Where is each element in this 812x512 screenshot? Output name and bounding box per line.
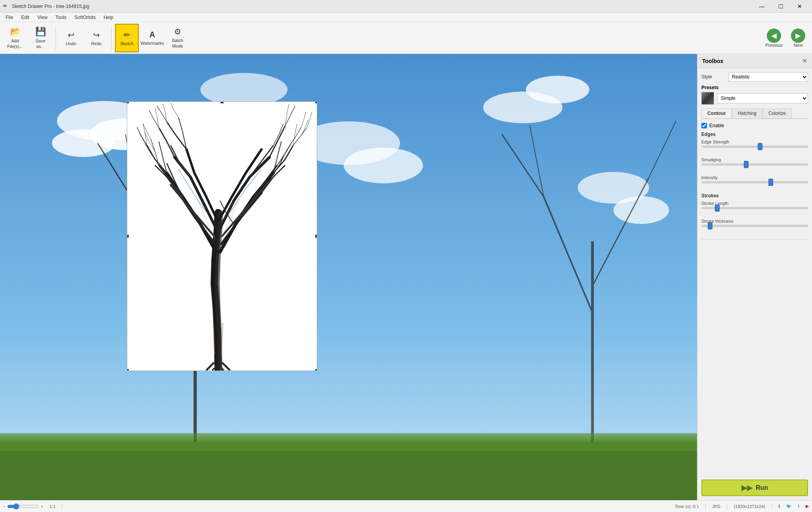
handle-top-right[interactable] (315, 101, 317, 103)
stroke-thickness-thumb[interactable] (708, 222, 712, 229)
presets-select[interactable]: Simple Detailed Soft Hard (717, 93, 808, 103)
next-icon: ▶ (791, 29, 805, 43)
previous-button[interactable]: ◀ Previous (762, 27, 786, 50)
toolbox-separator (701, 239, 808, 239)
svg-rect-27 (0, 433, 697, 451)
menu-file[interactable]: File (2, 14, 17, 21)
sketch-button[interactable]: ✏ Sketch (115, 24, 139, 52)
youtube-icon[interactable]: ▶ (806, 504, 809, 509)
save-as-icon: 💾 (35, 27, 46, 37)
stroke-length-slider-container (701, 207, 808, 215)
title-bar: ✏ Sketch Drawer Pro - tree-164915.jpg — … (0, 0, 812, 13)
intensity-label: Intensity (701, 175, 808, 180)
smudging-label: Smudging (701, 157, 808, 162)
smudging-row: Smudging (701, 157, 808, 171)
zoom-level: 1:1 (50, 504, 56, 509)
tab-contour[interactable]: Contour (701, 109, 732, 118)
dimensions-label: (1920x1272x24) (733, 504, 765, 509)
add-file-icon: 📂 (10, 27, 21, 37)
edge-strength-thumb[interactable] (758, 143, 762, 150)
tree-sketch-svg (127, 102, 317, 371)
menu-view[interactable]: View (33, 14, 52, 21)
intensity-row: Intensity (701, 175, 808, 189)
add-file-label: AddFile(s)... (7, 38, 23, 49)
redo-button[interactable]: ↪ Redo (84, 24, 108, 52)
zoom-control: − + (3, 503, 43, 510)
next-button[interactable]: ▶ Next (787, 27, 809, 50)
handle-middle-left[interactable] (127, 235, 129, 238)
stroke-length-row: Stroke Length (701, 201, 808, 215)
style-select[interactable]: Realistic Simple Pencil Charcoal (728, 72, 808, 82)
maximize-button[interactable]: ☐ (772, 0, 790, 13)
format-label: JPG (712, 504, 720, 509)
strokes-title: Strokes (701, 193, 808, 199)
add-file-button[interactable]: 📂 AddFile(s)... (3, 24, 27, 52)
handle-middle-right[interactable] (315, 235, 317, 238)
main-layout: Toolbox ✕ Style Realistic Simple Pencil … (0, 54, 812, 500)
zoom-minus[interactable]: − (3, 504, 6, 509)
intensity-thumb[interactable] (768, 179, 773, 186)
save-as-button[interactable]: 💾 Saveas... (29, 24, 52, 52)
menu-bar: File Edit View Tools SoftOrbits Help (0, 13, 812, 22)
stroke-length-thumb[interactable] (715, 204, 720, 212)
handle-top-middle[interactable] (220, 101, 224, 103)
twitter-icon[interactable]: 🐦 (786, 504, 792, 509)
edges-section: Edges Edge Strength Smudging (701, 132, 808, 189)
smudging-thumb[interactable] (744, 161, 749, 168)
edge-strength-slider-container (701, 145, 808, 153)
svg-point-9 (613, 196, 669, 224)
enable-checkbox[interactable] (701, 123, 707, 128)
run-icon: ▶▶ (741, 483, 753, 492)
tab-hatching[interactable]: Hatching (732, 109, 762, 118)
batch-mode-button[interactable]: ⚙ BatchMode (166, 24, 190, 52)
handle-bottom-left[interactable] (127, 369, 129, 371)
undo-label: Undo (66, 41, 76, 46)
close-button[interactable]: ✕ (791, 0, 809, 13)
style-label: Style (701, 74, 725, 80)
toolbar: 📂 AddFile(s)... 💾 Saveas... ↩ Undo ↪ Red… (0, 22, 812, 54)
presets-section: Presets Simple Detailed Soft Hard (701, 85, 808, 105)
handle-bottom-right[interactable] (315, 369, 317, 371)
watermarks-button[interactable]: A Watermarks (140, 24, 164, 52)
status-sep-3 (727, 503, 727, 510)
previous-icon: ◀ (767, 29, 781, 43)
next-label: Next (794, 43, 803, 48)
toolbox-panel: Toolbox ✕ Style Realistic Simple Pencil … (697, 54, 812, 500)
handle-top-left[interactable] (127, 101, 129, 103)
svg-point-7 (344, 148, 423, 183)
save-as-label: Saveas... (35, 38, 45, 49)
zoom-plus[interactable]: + (40, 504, 43, 509)
menu-edit[interactable]: Edit (17, 14, 33, 21)
minimize-button[interactable]: — (753, 0, 771, 13)
undo-icon: ↩ (68, 30, 75, 40)
strokes-section: Strokes Stroke Length Stroke thickness (701, 193, 808, 233)
intensity-slider-container (701, 181, 808, 189)
run-button[interactable]: ▶▶ Run (701, 480, 808, 496)
smudging-slider-container (701, 163, 808, 171)
redo-icon: ↪ (93, 30, 100, 40)
menu-tools[interactable]: Tools (52, 14, 71, 21)
enable-row: Enable (701, 123, 808, 128)
undo-button[interactable]: ↩ Undo (59, 24, 83, 52)
presets-preview-icon (701, 92, 714, 105)
watermarks-label: Watermarks (141, 41, 164, 46)
tab-colorize[interactable]: Colorize (762, 109, 792, 118)
handle-bottom-middle[interactable] (220, 369, 224, 371)
canvas-area[interactable] (0, 54, 697, 500)
menu-softorbits[interactable]: SoftOrbits (71, 14, 100, 21)
zoom-slider[interactable] (7, 503, 39, 510)
run-label: Run (756, 484, 768, 491)
stroke-thickness-slider-container (701, 225, 808, 233)
smudging-track (701, 163, 808, 166)
menu-help[interactable]: Help (100, 14, 117, 21)
toolbox-title: Toolbox (702, 58, 723, 64)
app-icon: ✏ (3, 3, 10, 10)
style-row: Style Realistic Simple Pencil Charcoal (701, 72, 808, 82)
toolbar-separator-1 (56, 26, 56, 50)
presets-label: Presets (701, 85, 808, 90)
status-sep-2 (705, 503, 706, 510)
toolbox-close-button[interactable]: ✕ (802, 57, 807, 65)
sketch-preview-box[interactable] (127, 101, 317, 371)
info-icon[interactable]: ℹ (778, 504, 780, 509)
facebook-icon[interactable]: f (798, 504, 799, 509)
